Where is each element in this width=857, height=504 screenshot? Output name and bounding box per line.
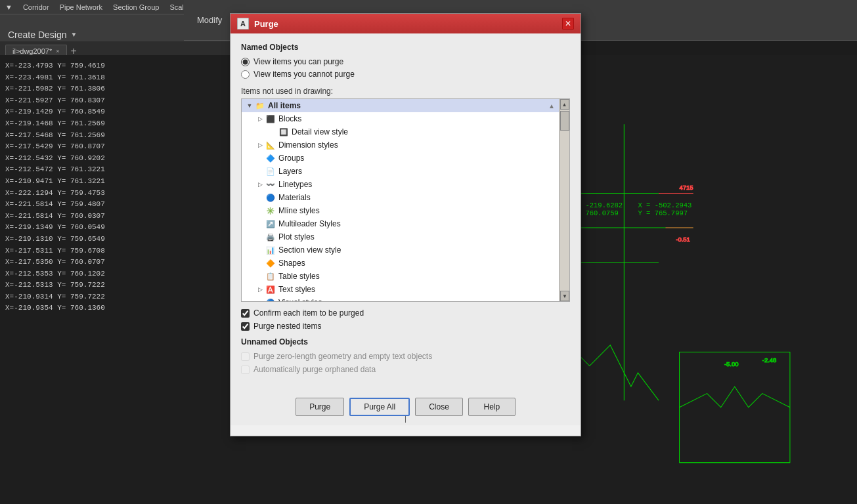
tree-root-item[interactable]: ▼ 📁 All items ▲ — [242, 99, 569, 112]
dim-expander-icon[interactable]: ▷ — [255, 140, 265, 150]
coord-line: X=-210.9471 Y= 761.3221 — [5, 176, 179, 188]
visual-label: Visual styles — [278, 298, 322, 302]
purge-zero-length-checkbox[interactable]: Purge zero-length geometry and empty tex… — [241, 352, 570, 361]
purge-orphaned-checkbox[interactable]: Automatically purge orphaned data — [241, 365, 570, 374]
radio-cannot-purge-input[interactable] — [241, 70, 250, 79]
tree-container[interactable]: ▼ 📁 All items ▲ ▷ ⬛ Blocks 🔲 Detail view… — [241, 98, 570, 302]
section-expander — [255, 245, 265, 255]
create-design-label: Create Design — [8, 30, 67, 40]
tree-item-detail-view-style[interactable]: 🔲 Detail view style — [242, 125, 569, 138]
tree-item-materials[interactable]: 🔵 Materials — [242, 191, 569, 204]
text-styles-label: Text styles — [278, 285, 315, 294]
coord-line: X=-221.5814 Y= 760.0307 — [5, 211, 179, 222]
table-expander — [255, 271, 265, 282]
coord-line: X=-219.1349 Y= 760.0549 — [5, 222, 179, 234]
purge-nested-input[interactable] — [241, 322, 250, 331]
linetypes-expander-icon[interactable]: ▷ — [255, 179, 265, 190]
tree-item-text-styles[interactable]: ▷ 🅰️ Text styles — [242, 283, 569, 296]
coord-line: X=-222.1294 Y= 759.4753 — [5, 188, 179, 200]
mline-label: Mline styles — [278, 206, 320, 215]
svg-text:-5.00: -5.00 — [724, 360, 739, 368]
radio-view-can-purge[interactable]: View items you can purge — [241, 57, 570, 66]
tree-item-dimension-styles[interactable]: ▷ 📐 Dimension styles — [242, 138, 569, 152]
linetypes-icon: 〰️ — [265, 179, 276, 190]
radio-can-purge-label: View items you can purge — [253, 57, 343, 66]
coord-line: X=-221.5814 Y= 759.4807 — [5, 199, 179, 211]
svg-text:-2.48: -2.48 — [762, 356, 777, 364]
toolbar-corridor[interactable]: Corridor — [23, 3, 49, 11]
tree-item-multileader[interactable]: ↗️ Multileader Styles — [242, 217, 569, 230]
tree-scrollbar[interactable]: ▲ ▼ — [559, 99, 569, 301]
tab-close-icon[interactable]: × — [56, 48, 59, 54]
tree-item-table-styles[interactable]: 📋 Table styles — [242, 270, 569, 283]
radio-can-purge-input[interactable] — [241, 58, 250, 66]
scroll-up-button[interactable]: ▲ — [560, 99, 569, 110]
tree-item-shapes[interactable]: 🔶 Shapes — [242, 257, 569, 270]
multileader-icon: ↗️ — [265, 219, 276, 229]
scroll-down-button[interactable]: ▼ — [560, 291, 569, 301]
toolbar-pipe-network[interactable]: Pipe Network — [60, 3, 102, 11]
groups-icon: 🔷 — [265, 153, 276, 163]
tree-item-section-view[interactable]: 📊 Section view style — [242, 243, 569, 257]
multileader-label: Multileader Styles — [278, 219, 341, 228]
items-not-used-label: Items not used in drawing: — [241, 87, 570, 96]
tab-label: il>dwg2007* — [12, 47, 52, 55]
dimension-styles-label: Dimension styles — [278, 140, 338, 150]
blocks-label: Blocks — [278, 114, 301, 123]
coord-line: X=-219.1429 Y= 760.8549 — [5, 106, 179, 118]
materials-icon: 🔵 — [265, 192, 276, 203]
root-folder-icon: 📁 — [255, 100, 265, 111]
dialog-body: Named Objects View items you can purge V… — [231, 33, 581, 391]
tree-item-mline-styles[interactable]: ✳️ Mline styles — [242, 204, 569, 217]
svg-rect-17 — [680, 352, 790, 462]
linetypes-label: Linetypes — [278, 180, 312, 189]
dimension-styles-icon: 📐 — [265, 140, 276, 150]
section-icon: 📊 — [265, 245, 276, 255]
confirm-purge-input[interactable] — [241, 309, 250, 318]
tree-item-visual-styles[interactable]: 🔵 Visual styles — [242, 296, 569, 302]
groups-expander — [255, 153, 265, 163]
coord-line: X=-217.5468 Y= 761.2569 — [5, 130, 179, 142]
coordinate-readout: X=-223.4793 Y= 759.4619X=-223.4981 Y= 76… — [5, 60, 179, 314]
blocks-icon: ⬛ — [265, 114, 276, 124]
toolbar-menu-item[interactable]: ▼ — [5, 3, 12, 11]
tree-item-linetypes[interactable]: ▷ 〰️ Linetypes — [242, 178, 569, 191]
shapes-icon: 🔶 — [265, 258, 276, 268]
purge-zero-length-input[interactable] — [241, 352, 250, 361]
purge-nested-checkbox[interactable]: Purge nested items — [241, 322, 570, 331]
cursor-shape: | — [405, 415, 407, 423]
scroll-up-icon[interactable]: ▲ — [548, 102, 555, 110]
dialog-title-left: A Purge — [237, 18, 278, 30]
named-objects-heading: Named Objects — [241, 43, 570, 52]
root-expander-icon[interactable]: ▼ — [244, 100, 255, 111]
dialog-close-button[interactable]: ✕ — [562, 18, 574, 30]
toolbar-modify[interactable]: Modify — [197, 15, 222, 25]
confirm-purge-checkbox[interactable]: Confirm each item to be purged — [241, 308, 570, 318]
coord-line: X=-217.5311 Y= 759.6708 — [5, 245, 179, 257]
scroll-thumb[interactable] — [560, 111, 569, 131]
dialog-titlebar: A Purge ✕ — [231, 14, 581, 33]
tree-item-plot-styles[interactable]: 🖨️ Plot styles — [242, 230, 569, 243]
svg-text:X = -502.2943: X = -502.2943 — [638, 201, 692, 209]
coord-line: X=-212.5353 Y= 760.1202 — [5, 268, 179, 280]
svg-text:Y = 765.7997: Y = 765.7997 — [638, 209, 688, 217]
coord-line: X=-221.5927 Y= 760.8307 — [5, 95, 179, 107]
plot-label: Plot styles — [278, 232, 315, 242]
coord-panel: X=-223.4793 Y= 759.4619X=-223.4981 Y= 76… — [0, 55, 184, 504]
toolbar-section-group[interactable]: Section Group — [113, 3, 159, 11]
radio-view-cannot-purge[interactable]: View items you cannot purge — [241, 70, 570, 79]
cursor-indicator: | — [231, 413, 581, 424]
purge-zero-length-label: Purge zero-length geometry and empty tex… — [253, 352, 432, 361]
purge-dialog: A Purge ✕ Named Objects View items you c… — [230, 13, 581, 436]
tree-item-groups[interactable]: 🔷 Groups — [242, 152, 569, 165]
tree-item-blocks[interactable]: ▷ ⬛ Blocks — [242, 112, 569, 125]
purge-orphaned-input[interactable] — [241, 366, 250, 374]
text-expander-icon[interactable]: ▷ — [255, 284, 265, 295]
coord-line: X=-219.1310 Y= 759.6549 — [5, 234, 179, 245]
blocks-expander-icon[interactable]: ▷ — [255, 114, 265, 124]
create-design-button[interactable]: Create Design ▼ — [8, 30, 77, 40]
tree-item-layers[interactable]: 📄 Layers — [242, 165, 569, 178]
coord-line: X=-221.5982 Y= 761.3806 — [5, 83, 179, 95]
layers-icon: 📄 — [265, 166, 276, 177]
table-label: Table styles — [278, 272, 320, 281]
